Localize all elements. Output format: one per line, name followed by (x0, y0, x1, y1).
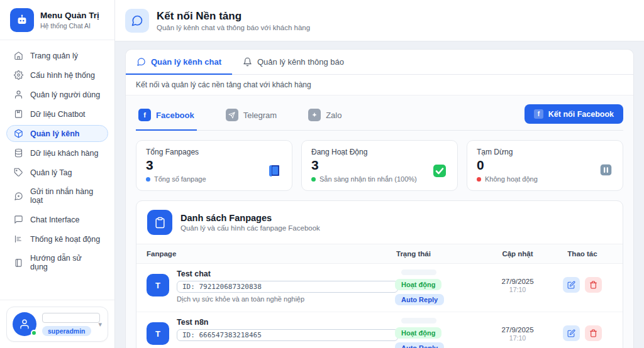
fanpage-cell: T Test chat ID: 792120687320838 Dịch vụ … (147, 269, 395, 303)
stat-value: 3 (146, 158, 282, 173)
sidebar-item-thong-ke-hoat-dong[interactable]: Thống kê hoạt động (6, 231, 108, 247)
stat-value: 3 (311, 158, 448, 173)
edit-icon (567, 281, 575, 289)
stats-icon (14, 234, 23, 244)
pause-icon (599, 163, 613, 179)
fanpage-info: Test n8n ID: 666547383218465 (177, 318, 398, 345)
updated-cell: 27/9/2025 17:10 (483, 318, 552, 342)
stat-note: Tổng số fanpage (146, 175, 282, 183)
status-toggle[interactable] (401, 318, 436, 324)
updated-date: 27/9/2025 (483, 326, 552, 334)
facebook-icon: f (138, 109, 151, 121)
status-toggle[interactable] (401, 269, 436, 275)
auto-reply-badge: Auto Reply (395, 294, 444, 305)
tab-label: Quản lý kênh chat (151, 57, 221, 67)
guide-icon (14, 258, 23, 268)
tab-quan-ly-kenh-chat[interactable]: Quản lý kênh chat (126, 50, 232, 75)
table-row: T Test n8n ID: 666547383218465 Hoạt động… (136, 312, 623, 348)
connect-button-label: Kết nối Facebook (548, 110, 614, 119)
package-icon (14, 129, 23, 138)
platform-label: Telegram (243, 111, 277, 120)
delete-button[interactable] (585, 277, 602, 293)
fanpage-id-box[interactable]: ID: 792120687320838 (177, 281, 398, 293)
sidebar-item-quan-ly-tag[interactable]: Quản lý Tag (6, 164, 108, 181)
chatbot-data-icon (14, 109, 23, 119)
platform-tab-facebook[interactable]: f Facebook (136, 104, 197, 131)
stat-title: Đang Hoạt Động (311, 148, 448, 156)
clipboard-icon (147, 210, 172, 235)
platform-tab-telegram[interactable]: Telegram (223, 104, 279, 131)
tab-label: Quản lý kênh thông báo (257, 57, 344, 67)
user-card[interactable]: superadmin ▾ (6, 307, 108, 342)
sidebar-item-quan-ly-nguoi-dung[interactable]: Quản lý người dùng (6, 86, 108, 103)
status-badge: Hoạt động (395, 279, 441, 290)
sidebar-item-chat-interface[interactable]: Chat Interface (6, 211, 108, 228)
page-title-block: Kết nối Nền tảng Quản lý kênh chat và th… (157, 10, 310, 31)
app-subtitle: Hệ thống Chat AI (40, 22, 99, 30)
main: Kết nối Nền tảng Quản lý kênh chat và th… (115, 0, 644, 348)
updated-cell: 27/9/2025 17:10 (483, 269, 552, 293)
sidebar-item-label: Dữ liệu khách hàng (30, 149, 98, 158)
fanpage-list-header: Danh sách Fanpages Quản lý và cấu hình c… (136, 201, 623, 244)
column-header-trang-thai: Trạng thái (395, 250, 483, 258)
fanpage-cell: T Test n8n ID: 666547383218465 (147, 318, 395, 345)
tab-quan-ly-kenh-thong-bao[interactable]: Quản lý kênh thông báo (232, 50, 355, 75)
updated-date: 27/9/2025 (483, 278, 552, 285)
fanpage-avatar: T (147, 322, 169, 345)
sidebar-item-gui-tin-nhan-hang-loat[interactable]: Gửi tin nhắn hàng loạt (6, 183, 108, 209)
sidebar-item-huong-dan-su-dung[interactable]: Hướng dẫn sử dụng (6, 250, 108, 275)
fanpage-description: Dịch vụ sức khỏe và an toàn nghề nghiệp (177, 295, 398, 303)
trash-icon (589, 329, 597, 337)
stat-value: 0 (477, 158, 613, 173)
main-body: Quản lý kênh chat Quản lý kênh thông báo… (115, 41, 644, 348)
chat-square-icon (14, 215, 23, 224)
stat-card-paused: Tạm Dừng 0 Không hoạt động (467, 140, 623, 191)
connect-facebook-button[interactable]: f Kết nối Facebook (525, 104, 623, 124)
app: Menu Quản Trị Hệ thống Chat AI Trang quả… (0, 0, 644, 348)
facebook-icon: f (534, 109, 543, 119)
platform-tab-zalo[interactable]: Zalo (306, 104, 344, 131)
sidebar-title-block: Menu Quản Trị Hệ thống Chat AI (40, 11, 99, 30)
sidebar-item-label: Gửi tin nhắn hàng loạt (30, 187, 101, 205)
tab-description: Kết nối và quản lý các nền tảng chat với… (126, 75, 633, 95)
sidebar-item-du-lieu-khach-hang[interactable]: Dữ liệu khách hàng (6, 144, 108, 161)
online-status-dot (31, 330, 37, 336)
sidebar-item-quan-ly-kenh[interactable]: Quản lý kênh (6, 125, 108, 142)
fanpage-name: Test chat (177, 269, 398, 278)
zalo-icon (308, 109, 321, 121)
stat-card-total-fanpages: Tổng Fanpages 3 Tổng số fanpage (136, 140, 292, 191)
stat-note: Sẵn sàng nhận tin nhắn (100%) (311, 175, 448, 183)
green-check-icon (432, 163, 447, 181)
stat-note-label: Tổng số fanpage (154, 175, 206, 183)
sidebar-item-label: Quản lý Tag (30, 168, 72, 177)
delete-button[interactable] (585, 325, 602, 341)
fanpage-avatar: T (147, 274, 169, 296)
sidebar-item-cau-hinh-he-thong[interactable]: Cấu hình hệ thống (6, 67, 108, 84)
column-header-thao-tac: Thao tác (552, 250, 613, 258)
status-badge: Hoạt động (395, 327, 441, 339)
sidebar-item-trang-quan-ly[interactable]: Trang quản lý (6, 47, 108, 64)
edit-button[interactable] (563, 277, 580, 293)
page-header: Kết nối Nền tảng Quản lý kênh chat và th… (115, 0, 644, 41)
app-logo-icon (10, 8, 34, 32)
stat-note-label: Sẵn sàng nhận tin nhắn (100%) (319, 175, 417, 183)
chat-bubble-icon (136, 57, 146, 67)
sidebar-item-label: Chat Interface (30, 215, 80, 224)
edit-button[interactable] (563, 325, 580, 341)
actions-cell (552, 318, 613, 341)
platform-tab-bar: f Facebook Telegram (136, 104, 623, 131)
stats-row: Tổng Fanpages 3 Tổng số fanpage Đang (136, 140, 623, 191)
database-icon (14, 148, 23, 158)
status-cell: Hoạt động Auto Reply (395, 318, 483, 348)
edit-icon (567, 329, 575, 337)
chevron-down-icon[interactable]: ▾ (98, 320, 102, 329)
stat-title: Tổng Fanpages (146, 148, 282, 156)
sidebar-item-label: Cấu hình hệ thống (30, 71, 95, 80)
sidebar-item-du-lieu-chatbot[interactable]: Dữ liệu Chatbot (6, 106, 108, 122)
broadcast-icon (14, 192, 23, 201)
blue-book-icon (267, 163, 282, 181)
trash-icon (589, 281, 597, 289)
fanpage-list-card: Danh sách Fanpages Quản lý và cấu hình c… (136, 200, 623, 348)
table-header: Fanpage Trạng thái Cập nhật Thao tác (136, 244, 623, 264)
fanpage-id-box[interactable]: ID: 666547383218465 (177, 329, 398, 341)
